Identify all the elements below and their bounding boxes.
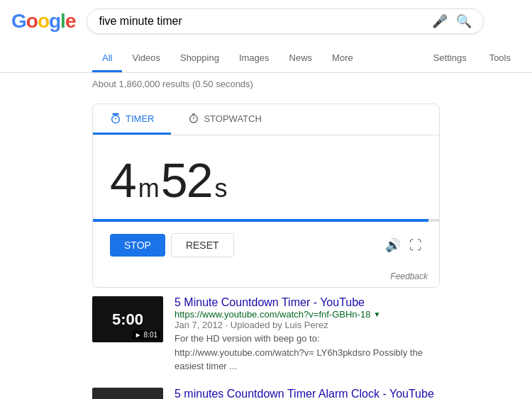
thumb-time-text: 5:00	[112, 310, 143, 329]
stop-button[interactable]: STOP	[110, 234, 165, 257]
search-bar-icons: 🎤 🔍	[432, 13, 472, 29]
timer-controls: STOP RESET 🔊 ⛶	[93, 227, 439, 269]
nav-right: Settings Tools	[423, 45, 532, 72]
stopwatch-icon	[188, 113, 199, 124]
result-title-1[interactable]: 5 Minute Countdown Timer - YouTube	[174, 296, 365, 308]
nav-item-all[interactable]: All	[92, 45, 122, 72]
tab-stopwatch-label: STOPWATCH	[204, 113, 261, 124]
result-url-1: https://www.youtube.com/watch?v=fnf-GBHn…	[174, 309, 440, 320]
nav-item-shopping[interactable]: Shopping	[170, 45, 229, 72]
nav-item-tools[interactable]: Tools	[480, 45, 521, 72]
timer-display: 4m 52s	[93, 135, 439, 213]
volume-icon[interactable]: 🔊	[385, 237, 401, 253]
nav-item-settings[interactable]: Settings	[423, 45, 477, 72]
microphone-icon[interactable]: 🎤	[432, 13, 448, 29]
tab-stopwatch[interactable]: STOPWATCH	[171, 104, 278, 135]
feedback-link[interactable]: Feedback	[93, 269, 439, 287]
url-arrow-icon-1: ▼	[373, 310, 380, 318]
nav-item-more[interactable]: More	[322, 45, 363, 72]
svg-point-1	[112, 116, 120, 123]
result-content-1: 5 Minute Countdown Timer - YouTube https…	[174, 296, 440, 373]
search-results: 5:00 ► 8:01 5 Minute Countdown Timer - Y…	[0, 296, 532, 399]
timer-seconds: 52	[161, 152, 212, 208]
result-title-2[interactable]: 5 minutes Countdown Timer Alarm Clock - …	[174, 388, 434, 400]
tab-timer[interactable]: TIMER	[93, 104, 171, 135]
header: Google 🎤 🔍	[0, 0, 532, 43]
result-meta-1: Jan 7, 2012 · Uploaded by Luis Perez	[174, 320, 440, 330]
result-thumbnail-2[interactable]: 💣 ► 5:04	[92, 388, 163, 400]
result-thumbnail-1[interactable]: 5:00 ► 8:01	[92, 296, 163, 342]
timer-right-icons: 🔊 ⛶	[385, 237, 422, 253]
svg-rect-0	[113, 113, 118, 114]
timer-seconds-unit: s	[214, 174, 226, 203]
results-count: About 1,860,000 results (0.50 seconds)	[0, 73, 532, 95]
fullscreen-icon[interactable]: ⛶	[409, 238, 422, 253]
nav-item-videos[interactable]: Videos	[122, 45, 170, 72]
timer-widget: TIMER STOPWATCH 4m 52s STOP RESET 🔊 ⛶ Fe…	[92, 103, 440, 288]
search-input[interactable]	[99, 15, 432, 28]
google-logo[interactable]: Google	[11, 10, 75, 33]
table-row: 💣 ► 5:04 5 minutes Countdown Timer Alarm…	[92, 388, 440, 400]
navigation: All Videos Shopping Images News More Set…	[0, 43, 532, 73]
progress-bar-container	[93, 219, 439, 222]
table-row: 5:00 ► 8:01 5 Minute Countdown Timer - Y…	[92, 296, 440, 373]
result-snippet-1: For the HD version with beep go to: http…	[174, 332, 440, 373]
timer-time: 4m 52s	[110, 152, 422, 208]
tab-timer-label: TIMER	[126, 113, 154, 124]
search-bar: 🎤 🔍	[87, 9, 484, 34]
progress-bar	[93, 219, 428, 222]
nav-item-images[interactable]: Images	[229, 45, 279, 72]
timer-icon	[110, 113, 121, 124]
nav-item-news[interactable]: News	[279, 45, 323, 72]
widget-tabs: TIMER STOPWATCH	[93, 104, 439, 135]
thumb-duration-1: ► 8:01	[132, 330, 160, 339]
timer-minutes-unit: m	[138, 174, 158, 203]
reset-button[interactable]: RESET	[171, 233, 234, 257]
result-content-2: 5 minutes Countdown Timer Alarm Clock - …	[174, 388, 440, 400]
timer-minutes: 4	[110, 152, 135, 208]
search-icon[interactable]: 🔍	[456, 13, 472, 29]
